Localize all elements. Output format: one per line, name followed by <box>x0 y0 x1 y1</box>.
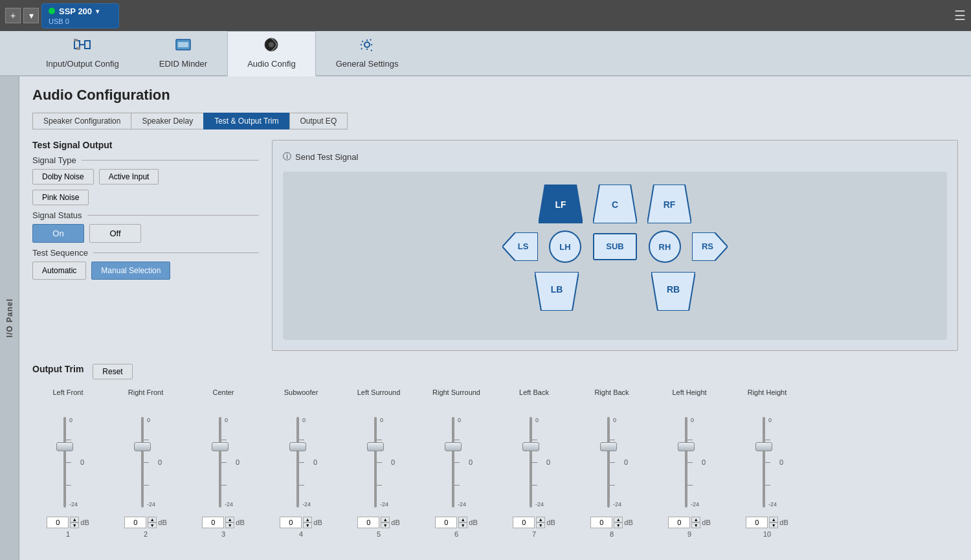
fader-up-2[interactable]: ▲ <box>148 517 157 522</box>
fader-channel-2: Right Front 0 -24 0 ▲ ▼ <box>110 388 181 538</box>
manual-selection-button[interactable]: Manual Selection <box>91 262 170 280</box>
fader-down-6[interactable]: ▼ <box>458 522 467 528</box>
fader-channel-3: Center 0 -24 0 ▲ ▼ <box>188 388 259 538</box>
fader-handle-8[interactable] <box>600 442 617 451</box>
fader-input-9[interactable] <box>668 517 690 528</box>
speaker-lb[interactable]: LB <box>535 272 579 313</box>
fader-input-5[interactable] <box>357 517 379 528</box>
pink-noise-button[interactable]: Pink Noise <box>32 190 89 205</box>
fader-handle-10[interactable] <box>755 442 772 451</box>
svg-rect-6 <box>178 42 188 47</box>
speaker-rb[interactable]: RB <box>651 272 695 313</box>
fader-handle-4[interactable] <box>289 442 306 451</box>
fader-handle-7[interactable] <box>522 442 539 451</box>
sub-tab-test-output[interactable]: Test & Output Trim <box>203 113 289 129</box>
fader-down-9[interactable]: ▼ <box>691 522 700 528</box>
fader-label-8: Right Back <box>594 388 629 407</box>
fader-up-3[interactable]: ▲ <box>225 517 234 522</box>
svg-text:LF: LF <box>555 199 566 210</box>
fader-up-9[interactable]: ▲ <box>691 517 700 522</box>
fader-down-1[interactable]: ▼ <box>70 522 79 528</box>
signal-type-label: Signal Type <box>32 155 76 165</box>
fader-input-1[interactable] <box>47 517 69 528</box>
speaker-rf[interactable]: RF <box>647 185 691 223</box>
fader-down-3[interactable]: ▼ <box>225 522 234 528</box>
tab-general[interactable]: General Settings <box>316 31 419 75</box>
on-button[interactable]: On <box>32 224 84 243</box>
fader-input-6[interactable] <box>435 517 457 528</box>
svg-text:C: C <box>612 199 618 210</box>
fader-down-10[interactable]: ▼ <box>769 522 778 528</box>
fader-up-7[interactable]: ▲ <box>536 517 545 522</box>
device-dropdown-icon[interactable]: ▾ <box>96 8 99 15</box>
tab-edid[interactable]: EDID Minder <box>139 31 227 75</box>
fader-input-7[interactable] <box>513 517 535 528</box>
tab-audio-label: Audio Config <box>247 59 295 69</box>
svg-rect-4 <box>76 47 80 50</box>
fader-num-9: 9 <box>687 530 691 538</box>
fader-input-2[interactable] <box>124 517 146 528</box>
fader-channel-9: Left Height 0 -24 0 ▲ ▼ <box>654 388 725 538</box>
fader-label-2: Right Front <box>128 388 163 407</box>
fader-input-3[interactable] <box>202 517 224 528</box>
fader-down-2[interactable]: ▼ <box>148 522 157 528</box>
svg-text:RS: RS <box>702 241 713 251</box>
fader-down-8[interactable]: ▼ <box>614 522 623 528</box>
speaker-sub[interactable]: SUB <box>592 232 638 263</box>
fader-handle-1[interactable] <box>56 442 73 451</box>
dropdown-button[interactable]: ▾ <box>23 8 39 23</box>
speaker-c[interactable]: C <box>593 185 637 223</box>
fader-handle-2[interactable] <box>134 442 151 451</box>
fader-handle-5[interactable] <box>367 442 384 451</box>
fader-num-2: 2 <box>144 530 148 538</box>
fader-input-10[interactable] <box>746 517 768 528</box>
fader-label-6: Right Surround <box>432 388 480 407</box>
fader-handle-6[interactable] <box>445 442 462 451</box>
fader-up-8[interactable]: ▲ <box>614 517 623 522</box>
speaker-lf[interactable]: LF <box>539 185 583 223</box>
fader-label-4: Subwoofer <box>284 388 318 407</box>
fader-up-4[interactable]: ▲ <box>303 517 312 522</box>
fader-up-6[interactable]: ▲ <box>458 517 467 522</box>
faders-row: Left Front 0 -24 0 ▲ ▼ <box>32 388 958 538</box>
svg-text:LH: LH <box>559 242 570 252</box>
fader-down-5[interactable]: ▼ <box>381 522 390 528</box>
automatic-button[interactable]: Automatic <box>32 262 86 280</box>
svg-rect-1 <box>85 41 90 49</box>
fader-up-1[interactable]: ▲ <box>70 517 79 522</box>
hamburger-icon[interactable]: ☰ <box>954 8 966 23</box>
fader-down-7[interactable]: ▼ <box>536 522 545 528</box>
tab-io[interactable]: Input/Output Config <box>26 31 139 75</box>
speaker-ls[interactable]: LS <box>502 232 538 263</box>
device-sub-label: USB 0 <box>49 17 112 25</box>
fader-num-7: 7 <box>532 530 536 538</box>
db-label-9: dB <box>702 519 710 526</box>
fader-up-5[interactable]: ▲ <box>381 517 390 522</box>
speaker-lh[interactable]: LH <box>548 230 582 265</box>
fader-up-10[interactable]: ▲ <box>769 517 778 522</box>
sub-tab-output-eq[interactable]: Output EQ <box>289 113 348 129</box>
fader-channel-7: Left Back 0 -24 0 ▲ ▼ <box>498 388 570 538</box>
fader-handle-9[interactable] <box>678 442 695 451</box>
speaker-rs[interactable]: RS <box>692 232 728 263</box>
add-button[interactable]: + <box>5 8 21 23</box>
tab-audio[interactable]: Audio Config <box>227 31 315 76</box>
page-title: Audio Configuration <box>32 87 958 104</box>
fader-label-1: Left Front <box>52 388 83 407</box>
fader-input-8[interactable] <box>590 517 612 528</box>
io-panel-sidebar: I/O Panel <box>0 76 19 560</box>
off-button[interactable]: Off <box>89 224 141 243</box>
svg-point-8 <box>269 42 274 47</box>
active-input-button[interactable]: Active Input <box>99 169 159 185</box>
fader-down-4[interactable]: ▼ <box>303 522 312 528</box>
speaker-rh[interactable]: RH <box>648 230 682 265</box>
fader-channel-5: Left Surround 0 -24 0 ▲ ▼ <box>343 388 414 538</box>
fader-handle-3[interactable] <box>212 442 229 451</box>
dolby-noise-button[interactable]: Dolby Noise <box>32 169 94 185</box>
test-sequence-group: Automatic Manual Selection <box>32 262 259 280</box>
speaker-row-2: LS LH <box>296 230 934 265</box>
reset-button[interactable]: Reset <box>93 364 132 379</box>
fader-input-4[interactable] <box>280 517 302 528</box>
sub-tab-speaker-delay[interactable]: Speaker Delay <box>131 113 203 129</box>
sub-tab-speaker-config[interactable]: Speaker Configuration <box>32 113 131 129</box>
